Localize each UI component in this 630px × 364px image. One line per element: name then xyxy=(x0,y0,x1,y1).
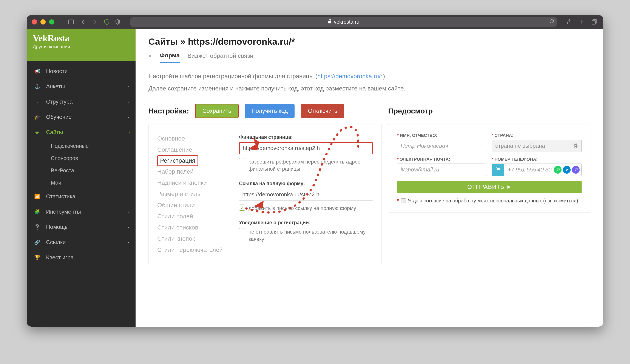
sidebar-item-news[interactable]: 📢Новости xyxy=(27,64,136,79)
shield-icon[interactable] xyxy=(114,18,122,26)
sidebar-item-tools[interactable]: 🧩Инструменты‹ xyxy=(27,204,136,219)
intro-line-2: Далее сохраните изменения и нажмите полу… xyxy=(148,84,590,93)
sidebar-item-label: Статистика xyxy=(46,193,76,200)
sidebar-item-label: Инструменты xyxy=(46,208,81,215)
messenger-icons: ✆ ➤ ✆ xyxy=(554,166,580,174)
tab-widget[interactable]: Виджет обратной связи xyxy=(188,52,253,63)
tab-form[interactable]: Форма xyxy=(160,52,180,63)
settings-menu-common-styles[interactable]: Общие стили xyxy=(157,200,230,211)
svg-rect-5 xyxy=(592,21,596,24)
settings-menu-size[interactable]: Размер и стиль xyxy=(157,188,230,200)
sidebar-header: VekRosta Другая компания xyxy=(27,29,136,61)
sidebar-item-sites[interactable]: ⊕Сайты‹ xyxy=(27,125,136,140)
puzzle-icon: 🧩 xyxy=(34,209,40,215)
sidebar-item-surveys[interactable]: ⚓Анкеты‹ xyxy=(27,79,136,94)
full-form-label: Ссылка на полную форму: xyxy=(239,181,373,186)
consent-text: Я даю согласие на обработку моих персона… xyxy=(408,198,578,204)
logo[interactable]: VekRosta xyxy=(33,33,130,44)
disable-button[interactable]: Отключить xyxy=(301,104,344,118)
main-content: Сайты » https://demovoronka.ru/* « Форма… xyxy=(136,29,603,327)
settings-menu-button-styles[interactable]: Стили кнопок xyxy=(157,233,230,244)
sidebar-item-links[interactable]: 🔗Ссылки‹ xyxy=(27,235,136,250)
tab-back[interactable]: « xyxy=(148,52,152,63)
sidebar-item-label: Структура xyxy=(46,98,72,105)
preview-name-input[interactable]: Петр Николаевич xyxy=(397,140,487,152)
preview-phone-label: * НОМЕР ТЕЛЕФОНА: xyxy=(492,157,582,162)
company-name: Другая компания xyxy=(33,44,130,50)
maximize-window-icon[interactable] xyxy=(49,19,54,24)
preview-title: Предосмотр xyxy=(388,107,590,115)
refresh-icon[interactable] xyxy=(549,19,554,25)
settings-menu-labels[interactable]: Надписи и кнопки xyxy=(157,177,230,188)
intro-line-1: Настройте шаблон регистрационной формы д… xyxy=(148,72,590,81)
phone-flag-icon[interactable]: ⚑ xyxy=(492,164,504,176)
allow-referrals-checkbox[interactable] xyxy=(239,158,245,164)
viber-icon[interactable]: ✆ xyxy=(572,166,580,174)
chevron-left-icon: ‹ xyxy=(128,115,130,120)
sidebar-toggle-icon[interactable] xyxy=(67,18,75,26)
settings-menu-agreement[interactable]: Соглашение xyxy=(157,144,230,155)
sidebar-item-label: Обучение xyxy=(46,114,72,120)
chevron-left-icon: ‹ xyxy=(128,84,130,89)
full-form-input[interactable] xyxy=(239,189,373,201)
url-text: vekrosta.ru xyxy=(334,19,360,25)
select-arrows-icon: ⇅ xyxy=(573,143,578,149)
trophy-icon: 🏆 xyxy=(34,255,40,260)
sidebar-item-label: Новости xyxy=(46,68,68,75)
save-button[interactable]: Сохранить xyxy=(196,104,238,118)
back-icon[interactable] xyxy=(79,18,87,26)
chevron-left-icon: ‹ xyxy=(128,99,130,104)
settings-menu-list-styles[interactable]: Стили списков xyxy=(157,222,230,233)
get-code-button[interactable]: Получить код xyxy=(245,104,294,118)
gradcap-icon: 🎓 xyxy=(34,114,40,120)
chevron-down-icon: ‹ xyxy=(126,132,131,133)
settings-menu-toggle-styles[interactable]: Стили переключателей xyxy=(157,244,230,255)
sidebar-item-education[interactable]: 🎓Обучение‹ xyxy=(27,109,136,125)
sidebar-item-label: Ссылки xyxy=(46,239,66,246)
globe-icon: ⊕ xyxy=(34,130,40,135)
breadcrumb: Сайты » https://demovoronka.ru/* xyxy=(148,36,590,47)
share-icon[interactable] xyxy=(566,18,573,26)
settings-menu-registration[interactable]: Регистрация xyxy=(157,155,198,166)
address-bar[interactable]: vekrosta.ru xyxy=(130,17,557,27)
intro-link[interactable]: https://demovoronka.ru/* xyxy=(317,73,383,79)
close-window-icon[interactable] xyxy=(32,19,37,24)
left-sidebar: VekRosta Другая компания 📢Новости ⚓Анкет… xyxy=(27,29,136,327)
consent-checkbox[interactable] xyxy=(401,198,406,203)
whatsapp-icon[interactable]: ✆ xyxy=(554,166,562,174)
final-page-input[interactable] xyxy=(239,142,373,154)
privacy-report-icon[interactable] xyxy=(103,18,110,26)
add-link-email-checkbox[interactable]: ✓ xyxy=(239,204,245,210)
sidebar-item-label: Сайты xyxy=(46,129,63,136)
sidebar-item-structure[interactable]: ⛬Структура‹ xyxy=(27,94,136,109)
preview-submit-button[interactable]: ОТПРАВИТЬ ➤ xyxy=(397,181,582,193)
lock-icon xyxy=(328,19,332,25)
preview-name-label: * ИМЯ, ОТЧЕСТВО: xyxy=(397,133,487,138)
sidebar-subitem-sponsors[interactable]: Спонсоров xyxy=(46,152,136,164)
new-tab-icon[interactable] xyxy=(578,18,586,26)
forward-icon[interactable] xyxy=(91,18,98,26)
tabs-overview-icon[interactable] xyxy=(590,18,598,26)
chevron-left-icon: ‹ xyxy=(128,209,130,214)
sidebar-item-stats[interactable]: 📶Статистика xyxy=(27,189,136,204)
chart-icon: 📶 xyxy=(34,194,40,199)
sidebar-subitem-my[interactable]: Мои xyxy=(46,177,136,189)
svg-rect-2 xyxy=(328,21,331,23)
svg-rect-0 xyxy=(68,20,74,24)
settings-menu-field-styles[interactable]: Стили полей xyxy=(157,211,230,222)
settings-menu: Основное Соглашение Регистрация Набор по… xyxy=(157,133,230,255)
sidebar-subitem-vekrosta[interactable]: ВекРоста xyxy=(46,164,136,177)
chevron-left-icon: ‹ xyxy=(128,224,130,229)
notify-skip-checkbox[interactable] xyxy=(239,228,245,234)
sidebar-item-help[interactable]: ❔Помощь‹ xyxy=(27,219,136,235)
sidebar-subitem-connected[interactable]: Подключенные xyxy=(46,140,136,152)
sidebar-item-quest[interactable]: 🏆Квест игра xyxy=(27,250,136,265)
settings-menu-main[interactable]: Основное xyxy=(157,133,230,144)
telegram-icon[interactable]: ➤ xyxy=(563,166,570,174)
preview-country-select[interactable]: страна не выбрана⇅ xyxy=(492,140,582,152)
settings-menu-fields[interactable]: Набор полей xyxy=(157,166,230,177)
minimize-window-icon[interactable] xyxy=(40,19,46,24)
preview-email-input[interactable]: ivanov@mail.ru xyxy=(397,164,487,176)
add-link-email-label: добавить в письмо ссылку на полную форму xyxy=(248,204,356,212)
preview-phone-input[interactable]: +7 951 555 40 30 ✆ ➤ ✆ xyxy=(504,164,582,176)
